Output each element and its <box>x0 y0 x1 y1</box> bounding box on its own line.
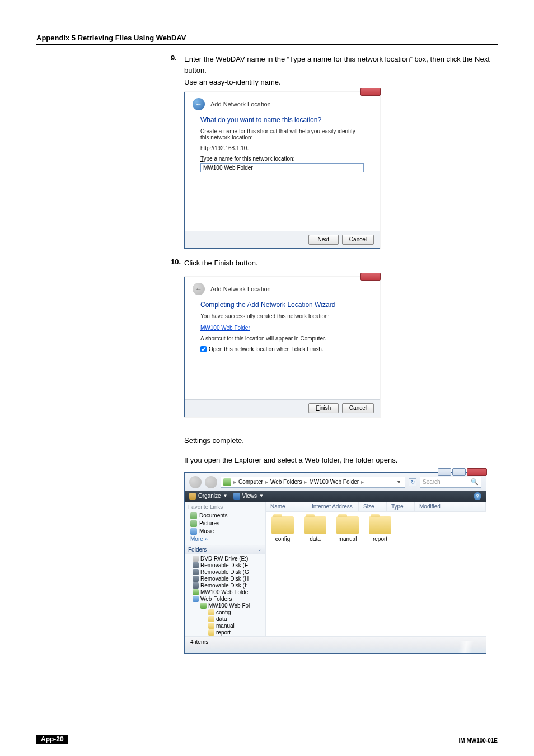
folder-item[interactable]: report <box>369 516 391 542</box>
folders-label: Folders <box>188 547 207 553</box>
explorer-content: Name Internet Address Size Type Modified… <box>266 502 486 636</box>
refresh-icon[interactable]: ↻ <box>409 478 416 486</box>
breadcrumb[interactable]: Computer <box>238 479 263 485</box>
dialog1-para: Create a name for this shortcut that wil… <box>200 128 364 141</box>
dialog-name-location: ← Add Network Location What do you want … <box>184 92 380 249</box>
folder-label: config <box>275 536 291 542</box>
status-bar: 4 items <box>185 636 486 653</box>
folder-icon <box>336 516 359 534</box>
dialog1-url: http://192.168.1.10. <box>200 145 364 151</box>
folder-label: report <box>373 536 387 542</box>
web-folder-icon <box>193 589 199 595</box>
folders-header[interactable]: Folders ⌄ <box>185 545 265 554</box>
document-id: IM MW100-01E <box>459 738 498 744</box>
sidebar-item-music[interactable]: Music <box>188 528 262 535</box>
next-button[interactable]: Next <box>308 235 339 245</box>
breadcrumb[interactable]: Web Folders <box>270 479 302 485</box>
step-9-text: Enter the WebDAV name in the “Type a nam… <box>184 54 498 76</box>
dialog2-location-link[interactable]: MW100 Web Folder <box>200 325 250 331</box>
step-10-number: 10. <box>171 258 184 269</box>
step-9-number: 9. <box>171 54 184 76</box>
location-name-input[interactable] <box>200 163 364 172</box>
settings-complete: Settings complete. <box>184 436 498 445</box>
address-dropdown-icon[interactable]: ▾ <box>395 479 402 485</box>
tree-item[interactable]: config <box>187 609 265 616</box>
dialog1-heading: What do you want to name this location? <box>200 116 364 124</box>
back-arrow-icon[interactable]: ← <box>193 98 205 110</box>
cancel-button[interactable]: Cancel <box>342 403 374 413</box>
close-icon[interactable] <box>467 468 487 476</box>
music-icon <box>190 528 197 535</box>
folder-icon <box>208 629 214 636</box>
folder-item[interactable]: data <box>304 516 326 542</box>
sidebar-item-more[interactable]: More » <box>188 535 262 543</box>
dialog2-para: You have successfully created this netwo… <box>200 313 364 319</box>
folder-label: manual <box>339 536 357 542</box>
sidebar-item-documents[interactable]: Documents <box>188 512 262 520</box>
dialog-finish-wizard: ← Add Network Location Completing the Ad… <box>184 277 380 417</box>
column-header-address[interactable]: Internet Address <box>307 502 359 511</box>
search-input[interactable]: Search 🔍 <box>420 477 481 488</box>
address-bar[interactable]: ▸ Computer ▸ Web Folders ▸ MW100 Web Fol… <box>221 477 405 488</box>
step-9-subtext: Use an easy-to-identify name. <box>184 78 498 86</box>
step-9: 9. Enter the WebDAV name in the “Type a … <box>171 54 498 76</box>
minimize-icon[interactable] <box>438 468 451 476</box>
chevron-down-icon: ⌄ <box>257 547 262 553</box>
dialog2-title: Add Network Location <box>210 286 271 292</box>
column-header-modified[interactable]: Modified <box>415 502 486 511</box>
drive-icon <box>193 569 199 575</box>
folder-icon <box>208 609 214 615</box>
tree-item[interactable]: Removable Disk (I: <box>187 582 265 589</box>
back-arrow-icon: ← <box>193 283 205 295</box>
organize-menu[interactable]: Organize ▼ <box>189 493 228 500</box>
status-text: 4 items <box>190 639 208 645</box>
column-header-type[interactable]: Type <box>387 502 415 511</box>
favorites-header: Favorite Links <box>188 504 262 510</box>
folder-item[interactable]: config <box>271 516 294 542</box>
organize-icon <box>189 493 196 500</box>
page-title: Appendix 5 Retrieving Files Using WebDAV <box>36 34 498 45</box>
tree-item[interactable]: report <box>187 629 265 636</box>
dialog1-title: Add Network Location <box>210 101 271 108</box>
folder-tree: DVD RW Drive (E:) Removable Disk (F Remo… <box>185 554 265 636</box>
close-icon[interactable] <box>360 273 381 281</box>
tree-item[interactable]: Removable Disk (F <box>187 562 265 569</box>
folder-icon <box>369 516 391 534</box>
page-number: App-20 <box>36 735 68 744</box>
tree-item[interactable]: Removable Disk (H <box>187 576 265 582</box>
explorer-intro: If you open the Explorer and select a We… <box>184 456 498 464</box>
tree-item[interactable]: DVD RW Drive (E:) <box>187 556 265 562</box>
tree-item[interactable]: MW100 Web Fol <box>187 603 265 609</box>
maximize-icon[interactable] <box>452 468 466 476</box>
open-when-finish-checkbox[interactable] <box>200 346 207 352</box>
cancel-button[interactable]: Cancel <box>342 235 374 245</box>
folder-item[interactable]: manual <box>336 516 359 542</box>
tree-item[interactable]: Removable Disk (G <box>187 569 265 576</box>
chevron-down-icon: ▼ <box>259 493 264 498</box>
tree-item[interactable]: MW100 Web Folde <box>187 589 265 596</box>
tree-item[interactable]: data <box>187 616 265 623</box>
web-folders-icon <box>193 596 199 602</box>
breadcrumb[interactable]: MW100 Web Folder <box>309 479 359 485</box>
folder-icon <box>208 623 214 629</box>
column-header-name[interactable]: Name <box>266 502 307 511</box>
address-folder-icon <box>223 478 231 486</box>
search-placeholder: Search <box>423 479 441 485</box>
help-icon[interactable]: ? <box>474 492 481 500</box>
explorer-sidebar: Favorite Links Documents Pictures Music … <box>185 502 266 636</box>
sidebar-item-pictures[interactable]: Pictures <box>188 520 262 528</box>
explorer-window: ▸ Computer ▸ Web Folders ▸ MW100 Web Fol… <box>184 472 486 654</box>
close-icon[interactable] <box>360 88 381 96</box>
tree-item[interactable]: manual <box>187 623 265 629</box>
nav-back-icon[interactable] <box>189 476 202 488</box>
column-header-size[interactable]: Size <box>359 502 387 511</box>
status-decoration <box>441 641 486 653</box>
finish-button[interactable]: Finish <box>308 403 339 413</box>
tree-item[interactable]: Web Folders <box>187 596 265 603</box>
dialog1-input-label: Type a name for this network location: <box>200 156 364 162</box>
nav-forward-icon[interactable] <box>205 476 217 488</box>
views-menu[interactable]: Views ▼ <box>233 493 264 500</box>
step-10-text: Click the Finish button. <box>184 258 258 269</box>
folder-icon <box>304 516 326 534</box>
sidebar-item-label: Pictures <box>199 520 219 526</box>
